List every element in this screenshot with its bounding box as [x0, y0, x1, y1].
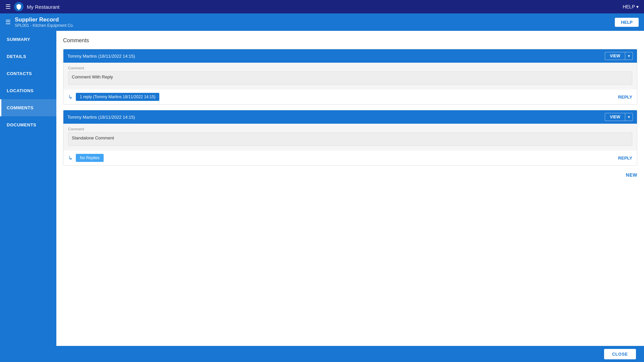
- reply-section-1: ↳ 1 reply (Tommy Martins 18/11/2022 14:1…: [68, 93, 159, 101]
- comment-body-1: Comment Comment With Reply: [63, 63, 637, 89]
- sub-header-subtitle: SPL001 - Kitchen Equipment Co.: [15, 23, 74, 28]
- close-button[interactable]: CLOSE: [604, 349, 636, 359]
- app-logo: [14, 2, 23, 11]
- new-comment-button[interactable]: NEW: [626, 172, 637, 178]
- reply-section-2: ↳ No Replies: [68, 154, 104, 162]
- sidebar-item-documents[interactable]: DOCUMENTS: [0, 116, 56, 133]
- comment-card-1: Tommy Martins (18/11/2022 14:15) VIEW ▾ …: [63, 49, 637, 105]
- comment-label-1: Comment: [68, 66, 632, 70]
- comment-header-2: Tommy Martins (18/11/2022 14:15) VIEW ▾: [63, 110, 637, 124]
- comment-header-1: Tommy Martins (18/11/2022 14:15) VIEW ▾: [63, 49, 637, 63]
- content-area: Comments Tommy Martins (18/11/2022 14:15…: [56, 31, 644, 346]
- no-replies-badge-2[interactable]: No Replies: [76, 154, 104, 162]
- sidebar-item-details[interactable]: DETAILS: [0, 48, 56, 65]
- view-button-1[interactable]: VIEW: [605, 52, 625, 60]
- reply-button-1[interactable]: REPLY: [618, 95, 632, 100]
- comment-footer-1: ↳ 1 reply (Tommy Martins 18/11/2022 14:1…: [63, 89, 637, 104]
- sub-header-title: Supplier Record: [15, 16, 74, 23]
- sidebar: SUMMARY DETAILS CONTACTS LOCATIONS COMME…: [0, 31, 56, 346]
- app-title: My Restaurant: [27, 4, 60, 10]
- comment-author-1: Tommy Martins (18/11/2022 14:15): [67, 54, 135, 59]
- sub-header-help-button[interactable]: HELP: [615, 18, 639, 27]
- comment-header-actions-1: VIEW ▾: [605, 52, 633, 60]
- comment-label-2: Comment: [68, 127, 632, 131]
- sidebar-item-locations[interactable]: LOCATIONS: [0, 82, 56, 99]
- comment-body-2: Comment Standalone Comment: [63, 124, 637, 150]
- reply-button-2[interactable]: REPLY: [618, 156, 632, 161]
- new-btn-container: NEW: [63, 171, 637, 179]
- comment-header-actions-2: VIEW ▾: [605, 113, 633, 121]
- reply-arrow-icon-2: ↳: [68, 155, 72, 161]
- comment-card-2: Tommy Martins (18/11/2022 14:15) VIEW ▾ …: [63, 110, 637, 166]
- main-layout: SUMMARY DETAILS CONTACTS LOCATIONS COMME…: [0, 31, 644, 346]
- comment-text-2: Standalone Comment: [68, 132, 632, 146]
- sub-header-menu-icon[interactable]: ☰: [5, 18, 11, 26]
- page-title: Comments: [63, 38, 637, 44]
- top-nav-right: HELP ▾: [623, 4, 639, 9]
- sub-header-left: ☰ Supplier Record SPL001 - Kitchen Equip…: [5, 16, 74, 28]
- comment-footer-2: ↳ No Replies REPLY: [63, 150, 637, 165]
- sub-header-title-block: Supplier Record SPL001 - Kitchen Equipme…: [15, 16, 74, 28]
- reply-badge-1[interactable]: 1 reply (Tommy Martins 18/11/2022 14:15): [76, 93, 159, 101]
- footer-bar: CLOSE: [0, 346, 644, 362]
- dropdown-button-1[interactable]: ▾: [625, 52, 633, 60]
- dropdown-button-2[interactable]: ▾: [625, 113, 633, 121]
- top-nav-left: ☰ My Restaurant: [5, 2, 60, 11]
- view-button-2[interactable]: VIEW: [605, 113, 625, 121]
- reply-arrow-icon-1: ↳: [68, 94, 72, 100]
- hamburger-icon[interactable]: ☰: [5, 3, 11, 10]
- top-nav-bar: ☰ My Restaurant HELP ▾: [0, 0, 644, 13]
- sidebar-item-summary[interactable]: SUMMARY: [0, 31, 56, 48]
- comment-text-1: Comment With Reply: [68, 71, 632, 85]
- sidebar-item-comments[interactable]: COMMENTS: [0, 99, 56, 116]
- comment-author-2: Tommy Martins (18/11/2022 14:15): [67, 115, 135, 120]
- sidebar-item-contacts[interactable]: CONTACTS: [0, 65, 56, 82]
- top-help-button[interactable]: HELP ▾: [623, 4, 639, 9]
- sub-header-bar: ☰ Supplier Record SPL001 - Kitchen Equip…: [0, 13, 644, 31]
